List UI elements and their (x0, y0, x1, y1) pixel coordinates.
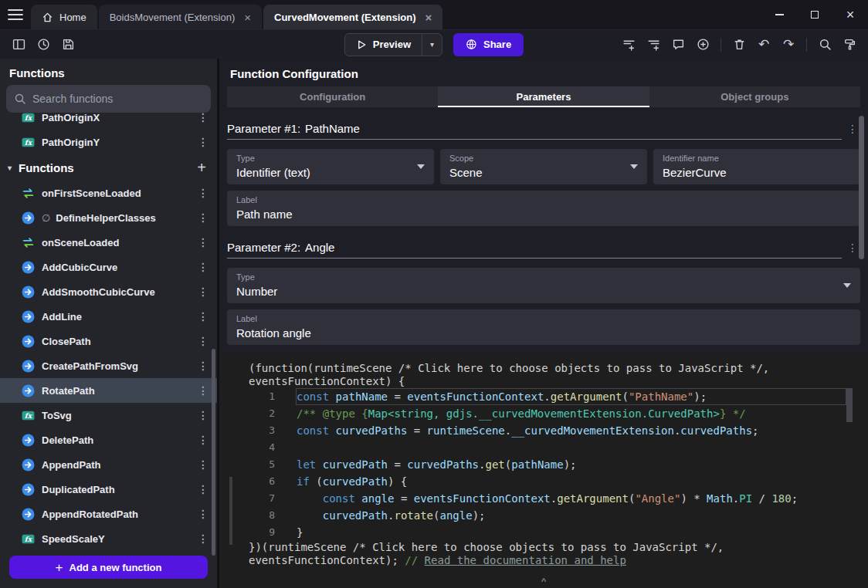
sidebar-item-closepath[interactable]: ClosePath⋮ (0, 329, 217, 353)
code-line-6[interactable]: 6if (curvedPath) { (219, 473, 868, 490)
item-menu-button[interactable]: ⋮ (195, 508, 211, 520)
sidebar-item-rotatepath[interactable]: RotatePath⋮ (0, 378, 217, 403)
sidebar-item-pathoriginy[interactable]: fxPathOriginY⋮ (0, 130, 217, 154)
comment-icon[interactable] (667, 34, 689, 56)
field-scope[interactable]: ScopeScene (440, 149, 647, 184)
code-line-7[interactable]: 7 const angle = eventsFunctionContext.ge… (219, 490, 868, 507)
sidebar-item-tosvg[interactable]: fxToSvg⋮ (0, 403, 217, 427)
history-icon[interactable] (32, 34, 54, 56)
field-label[interactable]: LabelRotation angle (227, 309, 860, 345)
code-token: ; (752, 424, 758, 437)
preview-options-button[interactable]: ▾ (422, 34, 442, 56)
documentation-link[interactable]: Read the documentation and help (425, 554, 626, 566)
add-function-button[interactable]: + Add a new function (9, 556, 208, 579)
close-tab-icon[interactable]: × (244, 12, 251, 23)
undo-icon[interactable]: ↶ (753, 34, 775, 56)
code-line-5[interactable]: 5let curvedPath = curvedPaths.get(pathNa… (219, 456, 868, 473)
sidebar-item-createpathfromsvg[interactable]: CreatePathFromSvg⋮ (0, 353, 217, 378)
code-line-3[interactable]: 3const curvedPaths = runtimeScene.__curv… (219, 422, 868, 439)
panels-icon[interactable] (8, 34, 29, 56)
parameter-name-field[interactable]: Parameter #2:Angle (227, 241, 842, 259)
sidebar-item-definehelperclasses[interactable]: ∅DefineHelperClasses⋮ (0, 205, 217, 230)
code-wrapper-line[interactable]: eventsFunctionContext); // Read the docu… (219, 554, 868, 567)
parameter-name-field[interactable]: Parameter #1:PathName (227, 122, 842, 140)
item-menu-button[interactable]: ⋮ (195, 335, 211, 347)
action-function-icon (22, 211, 35, 225)
add-event-icon[interactable] (618, 34, 639, 56)
item-menu-button[interactable]: ⋮ (195, 434, 211, 446)
window-controls: × (761, 0, 868, 29)
item-menu-button[interactable]: ⋮ (195, 211, 211, 224)
tab-configuration[interactable]: Configuration (227, 86, 438, 107)
redo-icon[interactable]: ↷ (778, 34, 799, 56)
item-menu-button[interactable]: ⋮ (195, 532, 211, 545)
sidebar-item-addsmoothcubiccurve[interactable]: AddSmoothCubicCurve⋮ (0, 279, 217, 304)
parameter-menu-button[interactable]: ⋮ (845, 123, 860, 135)
sidebar-item-addline[interactable]: AddLine⋮ (0, 304, 217, 329)
sidebar-item-onfirstsceneloaded[interactable]: onFirstSceneLoaded⋮ (0, 181, 217, 205)
code-line-9[interactable]: 9} (219, 524, 868, 541)
tab-object-groups[interactable]: Object groups (649, 86, 860, 107)
code-line-4[interactable]: 4 (219, 439, 868, 456)
sidebar-item-appendpath[interactable]: AppendPath⋮ (0, 452, 217, 477)
sidebar-item-deletepath[interactable]: DeletePath⋮ (0, 427, 217, 452)
code-wrapper-line[interactable]: eventsFunctionContext) { (219, 375, 868, 388)
functions-section-header[interactable]: ▾Functions+ (0, 154, 217, 181)
field-identifier-name[interactable]: Identifier nameBezierCurve (653, 149, 860, 184)
parameter-menu-button[interactable]: ⋮ (845, 242, 860, 254)
code-editor[interactable]: (function(runtimeScene /* Click here to … (219, 353, 868, 588)
sidebar-item-addcubiccurve[interactable]: AddCubicCurve⋮ (0, 255, 217, 279)
item-menu-button[interactable]: ⋮ (195, 409, 211, 421)
code-scrollbar[interactable] (846, 388, 853, 422)
sidebar-item-onsceneloaded[interactable]: onSceneLoaded⋮ (0, 230, 217, 255)
sidebar-scrollbar[interactable] (212, 349, 215, 556)
parameters-scrollbar[interactable] (859, 116, 864, 259)
preview-button[interactable]: Preview (345, 34, 422, 56)
close-button[interactable]: × (832, 0, 868, 29)
close-tab-icon[interactable]: × (426, 12, 432, 23)
item-menu-button[interactable]: ⋮ (195, 384, 211, 397)
tab-parameters[interactable]: Parameters (438, 86, 649, 107)
field-label[interactable]: LabelPath name (227, 191, 860, 226)
main-menu-button[interactable] (0, 0, 31, 29)
item-menu-button[interactable]: ⋮ (195, 236, 211, 248)
trash-icon[interactable] (728, 34, 750, 56)
sidebar-item-pathoriginx[interactable]: fxPathOriginX⋮ (0, 113, 217, 130)
search-icon[interactable] (814, 34, 836, 56)
add-function-icon-button[interactable]: + (197, 160, 206, 175)
code-line-1[interactable]: 1const pathName = eventsFunctionContext.… (219, 388, 868, 405)
code-wrapper-line[interactable]: })(runtimeScene /* Click here to choose … (219, 541, 868, 554)
sidebar-item-speedscaley[interactable]: fxSpeedScaleY⋮ (0, 526, 217, 549)
item-menu-button[interactable]: ⋮ (195, 286, 211, 298)
share-button[interactable]: Share (453, 33, 524, 56)
item-menu-button[interactable]: ⋮ (195, 136, 211, 148)
tab-curvedmovement-extension[interactable]: CurvedMovement (Extension)× (263, 5, 442, 29)
maximize-button[interactable] (797, 0, 832, 29)
code-line-8[interactable]: 8 curvedPath.rotate(angle); (219, 507, 868, 524)
item-menu-button[interactable]: ⋮ (195, 261, 211, 273)
field-type[interactable]: TypeNumber (227, 268, 860, 303)
item-menu-button[interactable]: ⋮ (195, 113, 211, 123)
minimize-button[interactable] (761, 0, 797, 29)
sidebar-item-appendrotatedpath[interactable]: AppendRotatedPath⋮ (0, 502, 217, 526)
code-wrapper-line[interactable]: (function(runtimeScene /* Click here to … (219, 362, 868, 375)
save-icon[interactable] (57, 34, 79, 56)
item-menu-button[interactable]: ⋮ (195, 360, 211, 372)
search-box[interactable] (6, 85, 211, 113)
code-line-2[interactable]: 2/** @type {Map<string, gdjs.__curvedMov… (219, 405, 868, 422)
item-menu-button[interactable]: ⋮ (195, 310, 211, 323)
toolbar-right-icons: ↶↷ (618, 34, 860, 56)
sidebar-item-duplicatedpath[interactable]: DuplicatedPath⋮ (0, 477, 217, 502)
search-input[interactable] (32, 93, 203, 105)
add-circle-icon[interactable] (692, 34, 714, 56)
tab-boidsmovement-extension[interactable]: BoidsMovement (Extension)× (99, 5, 262, 29)
field-type[interactable]: TypeIdentifier (text) (227, 149, 434, 184)
item-menu-button[interactable]: ⋮ (195, 187, 211, 199)
appearance-icon[interactable] (839, 34, 860, 56)
item-menu-button[interactable]: ⋮ (195, 458, 211, 471)
line-number: 4 (219, 439, 275, 456)
tab-home[interactable]: Home (31, 5, 97, 29)
collapse-editor-button[interactable]: ^ (541, 576, 546, 587)
add-subevent-icon[interactable] (643, 34, 664, 56)
item-menu-button[interactable]: ⋮ (195, 483, 211, 495)
